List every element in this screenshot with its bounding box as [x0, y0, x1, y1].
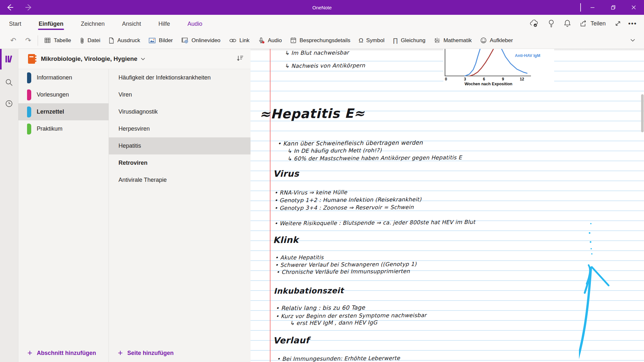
note-heading-verlauf: Verlauf [273, 335, 309, 346]
chart-x-axis-label: Wochen nach Exposition [465, 82, 512, 86]
section-item-vorlesungen[interactable]: Vorlesungen [18, 86, 109, 103]
handwritten-line: ↳ Nachweis von Antikörpern [285, 62, 365, 69]
notifications-bell-icon[interactable] [562, 18, 573, 29]
note-canvas[interactable]: 0 3 6 9 12 Wochen nach Exposition Anti-H… [251, 49, 644, 362]
printout-button[interactable]: Ausdruck [104, 35, 144, 46]
lightbulb-icon[interactable] [545, 18, 557, 29]
restore-button[interactable] [603, 0, 623, 15]
symbol-button[interactable]: Ω Symbol [355, 35, 389, 46]
titlebar-divider [580, 3, 581, 12]
plus-icon: + [118, 348, 123, 358]
add-section-button[interactable]: + Abschnitt hinzufügen [18, 344, 109, 362]
handwritten-line: • Bei Immungesunden: Erhöhte Leberwerte [277, 355, 400, 362]
link-button[interactable]: Link [225, 35, 254, 46]
section-item-praktikum[interactable]: Praktikum [18, 120, 109, 137]
pictures-button[interactable]: Bilder [144, 35, 177, 46]
titlebar: OneNote [0, 0, 644, 15]
chevron-down-icon [140, 57, 146, 61]
handwritten-line: • Genotyp 3+4 : Zoonose ⇒ Reservoir = Sc… [274, 204, 414, 211]
handwritten-line: • Kurz vor Beginn der ersten Symptome na… [276, 312, 427, 319]
notebook-icon [28, 54, 36, 64]
handwritten-line: • Akute Hepatitis [275, 254, 324, 261]
pi-icon: ∏ [393, 37, 398, 43]
page-item-hepatitis[interactable]: Hepatitis [109, 137, 251, 154]
minimize-button[interactable] [582, 0, 603, 15]
sticker-button[interactable]: Aufkleber [476, 35, 517, 46]
tab-einfuegen[interactable]: Einfügen [38, 16, 64, 31]
notebooks-library-icon[interactable] [0, 49, 18, 70]
undo-icon[interactable]: ↶ [6, 35, 21, 46]
meeting-details-button[interactable]: Besprechungsdetails [286, 35, 355, 46]
svg-text:12: 12 [520, 77, 524, 81]
tab-zeichnen[interactable]: Zeichnen [80, 16, 105, 31]
section-item-informationen[interactable]: Informationen [18, 69, 109, 86]
page-item[interactable]: Virusdiagnostik [109, 103, 251, 120]
online-video-button[interactable]: Onlinevideo [177, 35, 225, 46]
page-item[interactable]: Herpesviren [109, 120, 251, 137]
handwritten-line: • Schwerer Verlauf bei Schwangeren ((Gen… [275, 261, 417, 268]
tab-start[interactable]: Start [8, 16, 22, 31]
page-item-retroviren[interactable]: Retroviren [109, 154, 251, 172]
page-item[interactable]: Antivirale Therapie [109, 172, 251, 189]
svg-text:3: 3 [464, 77, 466, 81]
share-button[interactable]: Teilen [578, 18, 608, 29]
tab-ansicht[interactable]: Ansicht [121, 16, 142, 31]
section-item-lernzettel[interactable]: Lernzettel [18, 103, 109, 120]
section-color-tab [27, 89, 31, 100]
handwritten-line: • Relativ lang : bis zu 60 Tage [276, 304, 365, 311]
navigation-panes: Mikrobiologie, Virologie, Hygiene Inform… [18, 49, 251, 362]
page-item[interactable]: Häufigkeit der Infektionskrankheiten [109, 69, 251, 86]
handwritten-line: • RNA-Virus ⇒ keine Hülle [274, 189, 347, 196]
section-color-tab [27, 72, 31, 83]
ribbon-tab-row: Start Einfügen Zeichnen Ansicht Hilfe Au… [0, 15, 644, 32]
sync-status-icon[interactable] [527, 18, 541, 29]
handwritten-line: • Chronische Verläufe bei Immunsupprimie… [276, 268, 410, 275]
embedded-chart[interactable]: 0 3 6 9 12 Wochen nach Exposition Anti-H… [443, 49, 554, 89]
vertical-scrollbar-thumb[interactable] [641, 94, 644, 132]
recent-notes-clock-icon[interactable] [0, 95, 18, 112]
tab-hilfe[interactable]: Hilfe [158, 16, 171, 31]
audio-button[interactable]: Audio [254, 35, 286, 46]
attach-file-button[interactable]: Datei [75, 35, 105, 46]
toolbar-overflow-chevron-icon[interactable] [626, 36, 639, 45]
more-options-icon[interactable]: ••• [628, 20, 637, 27]
note-heading-virus: Virus [273, 169, 299, 179]
navigation-rail [0, 49, 18, 362]
section-color-tab [27, 124, 31, 135]
window-title: OneNote [0, 5, 644, 10]
tab-audio[interactable]: Audio [187, 16, 203, 31]
equation-button[interactable]: ∏ Gleichung [389, 35, 430, 46]
forward-arrow-icon[interactable] [19, 0, 39, 15]
toolbar-separator [38, 35, 38, 46]
notebook-header[interactable]: Mikrobiologie, Virologie, Hygiene [18, 49, 251, 69]
page-item[interactable]: Viren [109, 86, 251, 103]
red-margin-line [270, 49, 270, 362]
redo-icon[interactable]: ↷ [21, 35, 35, 46]
add-page-button[interactable]: + Seite hinzufügen [109, 344, 251, 362]
plus-icon: + [27, 348, 32, 358]
sort-pages-icon[interactable] [236, 55, 244, 63]
handwritten-line: ↳ Im Blut nachweisbar [285, 49, 349, 56]
handwritten-line: ↳ In DE häufig durch Mett (roh!?) [287, 147, 382, 154]
notebook-title[interactable]: Mikrobiologie, Virologie, Hygiene [41, 55, 137, 62]
back-arrow-icon[interactable] [0, 0, 19, 15]
handwritten-line: • Kann über Schweinefleisch übertragen w… [278, 139, 423, 147]
note-heading-inkubationszeit: Inkubationszeit [274, 286, 344, 296]
math-button[interactable]: Mathematik [430, 35, 476, 46]
sections-list: Informationen Vorlesungen Lernzettel Pra… [18, 69, 109, 362]
omega-icon: Ω [359, 37, 363, 43]
handwritten-line: ↳ 60% der Mastschweine haben Antikörper … [287, 154, 462, 162]
close-button[interactable] [623, 0, 644, 15]
expand-icon[interactable] [612, 18, 624, 29]
handwritten-line: • Weitere Risikoquelle : Blutspende ⇒ ca… [274, 219, 475, 227]
insert-toolbar: ↶ ↷ Tabelle Datei Ausdruck [0, 32, 644, 49]
table-button[interactable]: Tabelle [40, 35, 75, 46]
search-icon[interactable] [0, 74, 18, 91]
svg-text:0: 0 [445, 77, 447, 81]
svg-text:9: 9 [502, 77, 504, 81]
pages-list: Häufigkeit der Infektionskrankheiten Vir… [109, 69, 251, 362]
handwritten-line: ↳ erst HEV IgM , dann HEV IgG [290, 319, 377, 326]
svg-text:6: 6 [483, 77, 485, 81]
chart-legend-anti-hav-igm: Anti-HAV IgM [515, 53, 540, 58]
chart-curves [465, 49, 527, 76]
